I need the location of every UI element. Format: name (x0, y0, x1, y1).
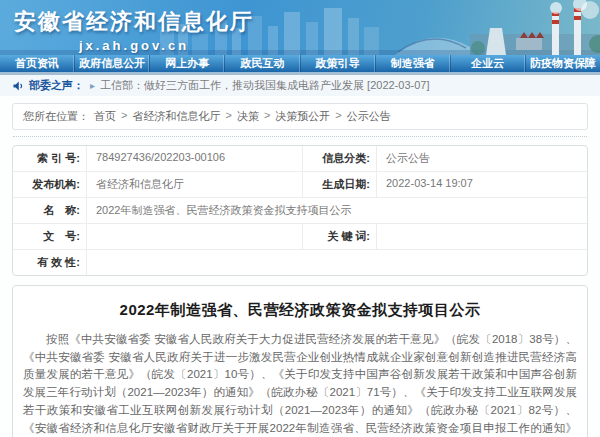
meta-date-value: 2022-03-14 19:07 (377, 172, 587, 197)
nav-item-home-news[interactable]: 首页资讯 (0, 55, 75, 72)
meta-docno-value (87, 224, 303, 249)
site-title: 安徽省经济和信息化厅 (14, 7, 254, 37)
page-title: 2022年制造强省、民营经济政策资金拟支持项目公示 (23, 301, 577, 320)
meta-date-label: 生成日期: (303, 172, 377, 197)
nav-item-policy-guidance[interactable]: 政策引导 (301, 55, 376, 72)
nav-item-epidemic-supplies[interactable]: 防疫物资保障 (526, 55, 600, 72)
speaker-icon (12, 80, 24, 92)
table-row: 有 效 性: (13, 250, 587, 275)
breadcrumb-prefix: 您所在位置： (23, 109, 89, 124)
table-row: 索 引 号: 784927436/202203-00106 信息分类: 公示公告 (13, 146, 587, 172)
table-row: 发布机构: 省经济和信息化厅 生成日期: 2022-03-14 19:07 (13, 172, 587, 198)
meta-name-label: 名 称: (13, 198, 87, 223)
arrow-icon: ▸ (90, 80, 95, 91)
site-url: jx.ah.gov.cn (14, 38, 254, 53)
breadcrumb-separator: > (264, 109, 270, 124)
article-paragraph: 按照《中共安徽省委 安徽省人民政府关于大力促进民营经济发展的若干意见》（皖发〔2… (23, 331, 577, 437)
meta-validity-value (87, 250, 587, 275)
nav-item-public-interaction[interactable]: 政民互动 (225, 55, 300, 72)
meta-category-value: 公示公告 (377, 146, 587, 171)
news-ticker: 部委之声： ▸ 工信部：做好三方面工作，推动我国集成电路产业发展 [2022-0… (0, 75, 600, 96)
meta-agency-label: 发布机构: (13, 172, 87, 197)
site-banner: 安徽省经济和信息化厅 jx.ah.gov.cn (0, 0, 600, 55)
main-nav: 首页资讯 政府信息公开 网上办事 政民互动 政策引导 制造强省 企业云 防疫物资… (0, 55, 600, 75)
article-content: 2022年制造强省、民营经济政策资金拟支持项目公示 按照《中共安徽省委 安徽省人… (12, 285, 588, 437)
nav-item-enterprise-cloud[interactable]: 企业云 (451, 55, 526, 72)
meta-agency-value: 省经济和信息化厅 (87, 172, 303, 197)
breadcrumb-separator: > (121, 109, 127, 124)
breadcrumb-announcements[interactable]: 公示公告 (347, 109, 391, 124)
ticker-news-link[interactable]: 工信部：做好三方面工作，推动我国集成电路产业发展 [2022-03-07] (100, 78, 429, 93)
meta-keyword-value (377, 224, 587, 249)
meta-index-label: 索 引 号: (13, 146, 87, 171)
meta-validity-label: 有 效 性: (13, 250, 87, 275)
document-meta-table: 索 引 号: 784927436/202203-00106 信息分类: 公示公告… (12, 145, 588, 276)
meta-category-label: 信息分类: (303, 146, 377, 171)
ticker-label: 部委之声： (29, 78, 84, 93)
meta-keyword-label: 关 键 词: (303, 224, 377, 249)
breadcrumb-pre-disclosure[interactable]: 决策预公开 (275, 109, 330, 124)
table-row: 名 称: 2022年制造强省、民营经济政策资金拟支持项目公示 (13, 198, 587, 224)
breadcrumb-separator: > (335, 109, 341, 124)
breadcrumb-home[interactable]: 首页 (94, 109, 116, 124)
table-row: 文 号: 关 键 词: (13, 224, 587, 250)
meta-docno-label: 文 号: (13, 224, 87, 249)
dotted-divider (13, 136, 587, 137)
breadcrumb: 您所在位置： 首页 > 省经济和信息化厅 > 决策 > 决策预公开 > 公示公告 (12, 103, 588, 130)
nav-item-gov-info-disclosure[interactable]: 政府信息公开 (75, 55, 150, 72)
nav-item-online-services[interactable]: 网上办事 (150, 55, 225, 72)
nav-item-manufacturing-province[interactable]: 制造强省 (376, 55, 451, 72)
breadcrumb-decisions[interactable]: 决策 (237, 109, 259, 124)
meta-index-value: 784927436/202203-00106 (87, 146, 303, 171)
meta-name-value: 2022年制造强省、民营经济政策资金拟支持项目公示 (87, 198, 587, 223)
breadcrumb-separator: > (225, 109, 231, 124)
breadcrumb-department[interactable]: 省经济和信息化厅 (132, 109, 220, 124)
